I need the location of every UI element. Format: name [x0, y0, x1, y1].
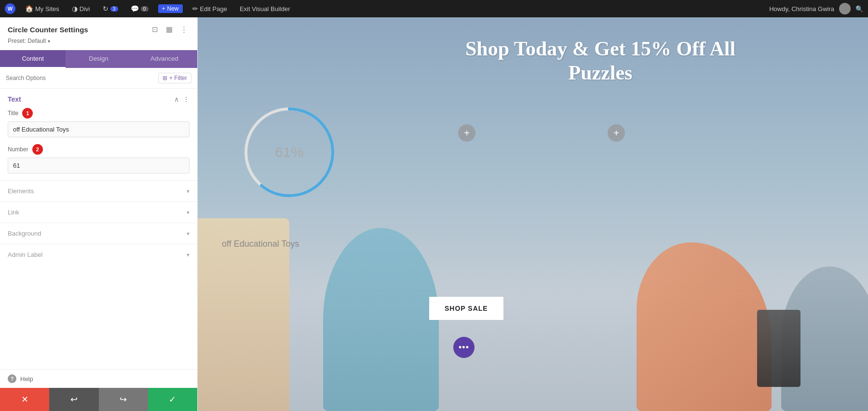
tab-design[interactable]: Design	[66, 50, 131, 68]
toy-dark-piece	[757, 310, 800, 387]
filter-button[interactable]: ⊞ + Filter	[158, 73, 191, 83]
filter-icon: ⊞	[163, 75, 167, 81]
plus-icon: +	[162, 5, 165, 12]
admin-label-section[interactable]: Admin Label ▾	[0, 244, 197, 265]
panel-title: Circle Counter Settings	[8, 26, 88, 34]
shop-sale-button[interactable]: SHOP SALE	[429, 297, 503, 320]
title-field-group: Title 1	[0, 108, 197, 144]
circle-label: off Educational Toys	[222, 239, 299, 249]
cancel-icon: ✕	[21, 394, 28, 405]
comments-badge: 0	[141, 6, 149, 12]
number-label: Number	[8, 146, 28, 153]
panel-tabs: Content Design Advanced	[0, 50, 197, 68]
main-layout: Circle Counter Settings ⊡ ▦ ⋮ Preset: De…	[0, 17, 868, 411]
updates-badge: 3	[110, 6, 118, 12]
background-chevron: ▾	[187, 230, 190, 237]
grid-icon[interactable]: ▦	[164, 24, 175, 35]
text-section-title: Text	[8, 95, 21, 103]
preset-caret: ▾	[48, 39, 50, 44]
section-more-button[interactable]: ⋮	[183, 95, 190, 103]
settings-panel: Circle Counter Settings ⊡ ▦ ⋮ Preset: De…	[0, 17, 198, 411]
background-section[interactable]: Background ▾	[0, 223, 197, 244]
admin-label-label: Admin Label	[8, 251, 42, 258]
toy-wrench	[323, 228, 439, 411]
number-input[interactable]	[8, 158, 190, 173]
preset-selector[interactable]: Preset: Default ▾	[8, 38, 190, 44]
circle-percentage: 61%	[275, 144, 304, 160]
search-row: ⊞ + Filter	[0, 68, 197, 89]
admin-label-chevron: ▾	[187, 252, 190, 258]
admin-bar-edit-page[interactable]: ✏ Edit Page	[190, 4, 230, 13]
panel-content: Text ∧ ⋮ Title 1 Number 2	[0, 89, 197, 369]
tab-content[interactable]: Content	[0, 50, 66, 68]
admin-bar-new[interactable]: + New	[158, 4, 183, 13]
help-row: ? Help	[0, 369, 197, 388]
user-avatar	[839, 3, 851, 14]
panel-header-icons: ⊡ ▦ ⋮	[150, 24, 190, 35]
elements-section[interactable]: Elements ▾	[0, 180, 197, 201]
search-icon[interactable]: 🔍	[855, 5, 863, 13]
help-icon[interactable]: ?	[8, 374, 16, 383]
title-badge: 1	[22, 108, 33, 119]
admin-bar-comments[interactable]: 💬 0	[128, 4, 151, 13]
tab-advanced[interactable]: Advanced	[132, 50, 197, 68]
undo-icon: ↩	[70, 394, 78, 405]
undo-button[interactable]: ↩	[49, 388, 98, 411]
updates-icon: ↻	[103, 5, 108, 13]
more-options-icon[interactable]: ⋮	[178, 24, 190, 35]
circle-counter: 61%	[236, 99, 342, 205]
number-badge: 2	[32, 144, 43, 155]
redo-button[interactable]: ↪	[99, 388, 148, 411]
comments-icon: 💬	[131, 5, 139, 13]
admin-bar-updates[interactable]: ↻ 3	[100, 4, 121, 13]
action-buttons: ✕ ↩ ↪ ✓	[0, 388, 197, 411]
add-column-button-2[interactable]: +	[608, 124, 625, 142]
edit-icon: ✏	[192, 5, 198, 13]
elements-label: Elements	[8, 187, 34, 195]
preset-label: Preset: Default	[8, 38, 46, 44]
elements-chevron: ▾	[187, 188, 190, 195]
link-label: Link	[8, 209, 19, 216]
search-input[interactable]	[6, 75, 154, 81]
link-section[interactable]: Link ▾	[0, 201, 197, 223]
redo-icon: ↪	[120, 394, 127, 405]
number-field-group: Number 2	[0, 144, 197, 180]
text-section-header: Text ∧ ⋮	[0, 89, 197, 108]
user-label: Howdy, Christina Gwira	[769, 5, 834, 13]
home-icon: 🏠	[25, 5, 33, 13]
panel-header: Circle Counter Settings ⊡ ▦ ⋮ Preset: De…	[0, 17, 197, 50]
visual-builder: Shop Today & Get 15% Off All Puzzles 61%…	[198, 17, 868, 411]
help-label: Help	[20, 375, 33, 383]
collapse-button[interactable]: ∧	[174, 95, 179, 103]
cancel-button[interactable]: ✕	[0, 388, 49, 411]
background-label: Background	[8, 230, 41, 237]
link-chevron: ▾	[187, 209, 190, 216]
admin-bar-divi[interactable]: ◑ Divi	[69, 4, 93, 13]
section-controls: ∧ ⋮	[174, 95, 190, 103]
wordpress-icon[interactable]: W	[5, 3, 15, 14]
page-heading: Shop Today & Get 15% Off All Puzzles	[432, 37, 769, 85]
save-button[interactable]: ✓	[148, 388, 197, 411]
popout-icon[interactable]: ⊡	[150, 24, 160, 35]
add-column-button-1[interactable]: +	[458, 124, 475, 142]
fab-menu-button[interactable]: •••	[453, 337, 475, 358]
plus-icon-2: +	[613, 128, 619, 139]
panel-bottom: ? Help ✕ ↩ ↪ ✓	[0, 369, 197, 411]
title-label: Title	[8, 110, 18, 117]
admin-bar-my-sites[interactable]: 🏠 My Sites	[22, 4, 62, 13]
divi-icon: ◑	[72, 5, 78, 13]
title-input[interactable]	[8, 121, 190, 137]
save-icon: ✓	[169, 394, 176, 405]
admin-bar-right: Howdy, Christina Gwira 🔍	[769, 3, 863, 14]
dots-icon: •••	[459, 343, 469, 353]
admin-bar: W 🏠 My Sites ◑ Divi ↻ 3 💬 0 + New ✏ Edit…	[0, 0, 868, 17]
admin-bar-exit-visual-builder[interactable]: Exit Visual Builder	[237, 4, 293, 13]
plus-icon-1: +	[464, 128, 470, 139]
